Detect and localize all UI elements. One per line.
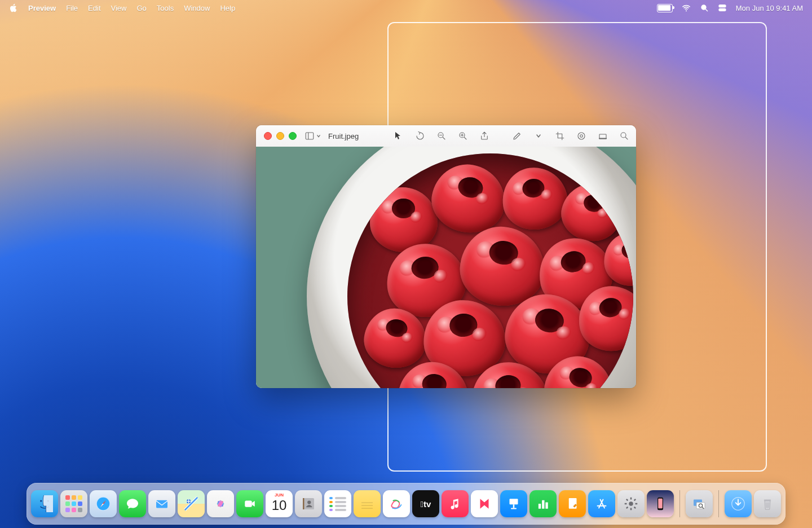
menu-window[interactable]: Window <box>184 4 210 12</box>
adjust-color-icon[interactable] <box>576 131 586 141</box>
svg-point-41 <box>307 500 311 504</box>
dock-photos[interactable] <box>207 490 234 517</box>
battery-icon[interactable] <box>657 4 673 12</box>
preview-window[interactable]: Fruit.jpeg <box>256 125 636 388</box>
dock-messages[interactable] <box>119 490 146 517</box>
zoom-in-icon[interactable] <box>458 131 468 141</box>
window-toolbar <box>394 131 629 141</box>
dock-calendar[interactable]: JUN10 <box>266 490 293 517</box>
window-title: Fruit.jpeg <box>328 132 359 140</box>
svg-rect-48 <box>539 504 541 509</box>
window-titlebar[interactable]: Fruit.jpeg <box>256 125 636 147</box>
window-zoom-button[interactable] <box>289 132 297 140</box>
svg-line-57 <box>626 499 628 501</box>
dock-maps[interactable] <box>178 490 205 517</box>
dock-downloads[interactable] <box>725 490 752 517</box>
dock: JUN10 tv <box>27 483 785 525</box>
svg-rect-62 <box>658 499 663 509</box>
dock-contacts[interactable] <box>295 490 322 517</box>
dock-launchpad[interactable] <box>60 490 87 517</box>
svg-rect-43 <box>361 505 373 506</box>
menu-file[interactable]: File <box>66 4 78 12</box>
selection-tool-icon[interactable] <box>394 131 404 141</box>
menu-view[interactable]: View <box>111 4 127 12</box>
search-icon[interactable] <box>619 131 629 141</box>
svg-line-58 <box>634 507 636 509</box>
dock-separator <box>679 490 680 517</box>
menu-help[interactable]: Help <box>220 4 235 12</box>
share-icon[interactable] <box>479 131 489 141</box>
svg-rect-50 <box>545 503 548 509</box>
svg-rect-28 <box>156 500 167 508</box>
dock-facetime[interactable] <box>236 490 263 517</box>
dock-freeform[interactable] <box>383 490 410 517</box>
svg-rect-51 <box>569 498 577 509</box>
highlight-icon[interactable] <box>598 131 608 141</box>
bowl-illustration <box>307 147 636 388</box>
svg-rect-46 <box>513 504 515 508</box>
dock-music[interactable] <box>442 490 469 517</box>
svg-line-1 <box>705 9 708 11</box>
svg-line-12 <box>464 137 466 139</box>
menu-tools[interactable]: Tools <box>157 4 174 12</box>
menubar-app-name[interactable]: Preview <box>28 4 56 12</box>
svg-point-5 <box>723 9 725 11</box>
markup-icon[interactable] <box>512 131 522 141</box>
spotlight-icon[interactable] <box>700 3 709 12</box>
dock-tv[interactable]: tv <box>412 490 439 517</box>
dock-recent-preview[interactable] <box>686 490 713 517</box>
wifi-icon[interactable] <box>682 3 691 12</box>
svg-rect-38 <box>245 500 252 507</box>
dock-news[interactable] <box>471 490 498 517</box>
svg-line-59 <box>626 507 628 509</box>
svg-point-52 <box>629 501 633 506</box>
svg-rect-68 <box>764 500 771 501</box>
svg-point-0 <box>701 5 706 10</box>
svg-rect-42 <box>361 503 373 503</box>
svg-rect-44 <box>361 508 373 509</box>
crop-icon[interactable] <box>555 131 565 141</box>
window-minimize-button[interactable] <box>276 132 284 140</box>
svg-point-19 <box>621 133 626 138</box>
svg-point-15 <box>578 133 585 139</box>
svg-rect-47 <box>511 508 517 509</box>
svg-line-20 <box>625 137 628 139</box>
svg-point-16 <box>580 135 583 138</box>
menu-go[interactable]: Go <box>136 4 146 12</box>
dock-mail[interactable] <box>148 490 175 517</box>
dock-pages[interactable] <box>559 490 586 517</box>
control-center-icon[interactable] <box>718 3 727 12</box>
apple-menu[interactable] <box>9 3 18 12</box>
dock-appstore[interactable] <box>588 490 615 517</box>
menu-edit[interactable]: Edit <box>88 4 100 12</box>
svg-point-22 <box>40 500 42 501</box>
rotate-icon[interactable] <box>415 131 425 141</box>
dock-separator <box>718 490 719 517</box>
svg-point-4 <box>720 5 722 7</box>
image-content <box>256 147 636 388</box>
svg-rect-45 <box>510 499 518 504</box>
menubar-clock[interactable]: Mon Jun 10 9:41 AM <box>736 4 803 12</box>
window-traffic-lights <box>264 132 297 140</box>
zoom-out-icon[interactable] <box>436 131 447 141</box>
sidebar-toggle-button[interactable] <box>304 131 321 141</box>
dock-safari[interactable] <box>90 490 117 517</box>
dock-finder[interactable] <box>31 490 58 517</box>
svg-line-60 <box>634 499 636 501</box>
svg-rect-49 <box>542 500 544 509</box>
dock-numbers[interactable] <box>529 490 557 517</box>
dock-trash[interactable] <box>754 490 781 517</box>
svg-rect-40 <box>303 498 304 509</box>
menubar: Preview File Edit View Go Tools Window H… <box>0 0 812 16</box>
svg-rect-6 <box>306 133 314 139</box>
dock-iphone-mirroring[interactable] <box>647 490 674 517</box>
svg-rect-64 <box>696 503 705 509</box>
dock-reminders[interactable] <box>324 490 351 517</box>
window-close-button[interactable] <box>264 132 272 140</box>
dock-notes[interactable] <box>354 490 381 517</box>
dock-settings[interactable] <box>617 490 645 517</box>
dock-keynote[interactable] <box>500 490 527 517</box>
svg-line-9 <box>443 137 445 139</box>
more-icon[interactable] <box>533 131 544 141</box>
